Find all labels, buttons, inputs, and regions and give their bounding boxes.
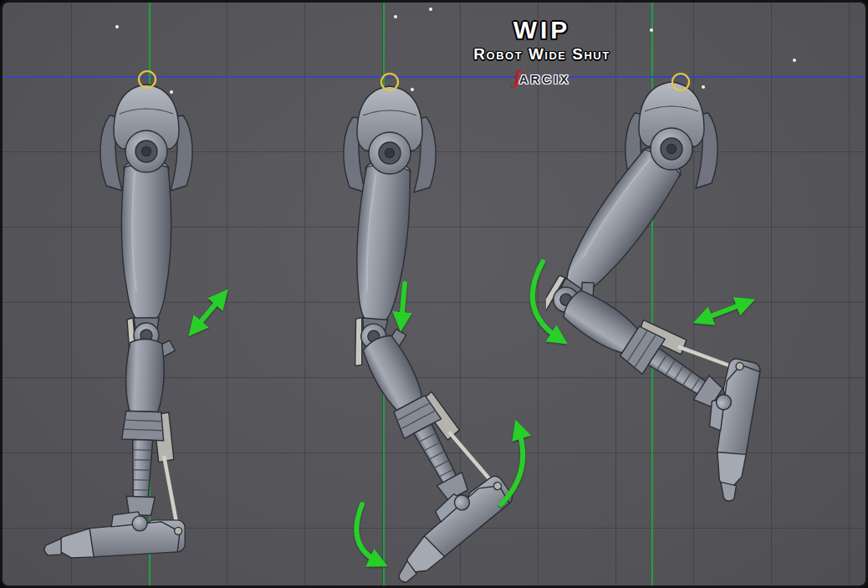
robot-leg-pose-mid-bend [264, 74, 515, 588]
page-subtitle: Robot Wide Shut [213, 45, 868, 64]
ankle-joint [132, 516, 147, 531]
hip-joint [651, 128, 692, 170]
hip-joint [369, 132, 411, 174]
robot-thigh [43, 160, 193, 563]
vertex-dot [429, 8, 432, 11]
vertex-dot [115, 25, 119, 28]
hip-joint [125, 130, 167, 172]
robot-leg-pose-straight [21, 72, 272, 588]
robot-foot [691, 355, 767, 503]
viewport-3d: WIP Robot Wide Shut ʃARCIX [0, 0, 868, 588]
robot-leg-pose-raised [546, 69, 797, 588]
robot-shin [43, 320, 193, 563]
robot-thigh [546, 141, 797, 524]
robot-foot [44, 512, 185, 558]
robot-shin [283, 302, 515, 588]
page-title: WIP [213, 18, 868, 43]
robot-thigh [265, 154, 515, 588]
robot-shin [546, 248, 797, 516]
